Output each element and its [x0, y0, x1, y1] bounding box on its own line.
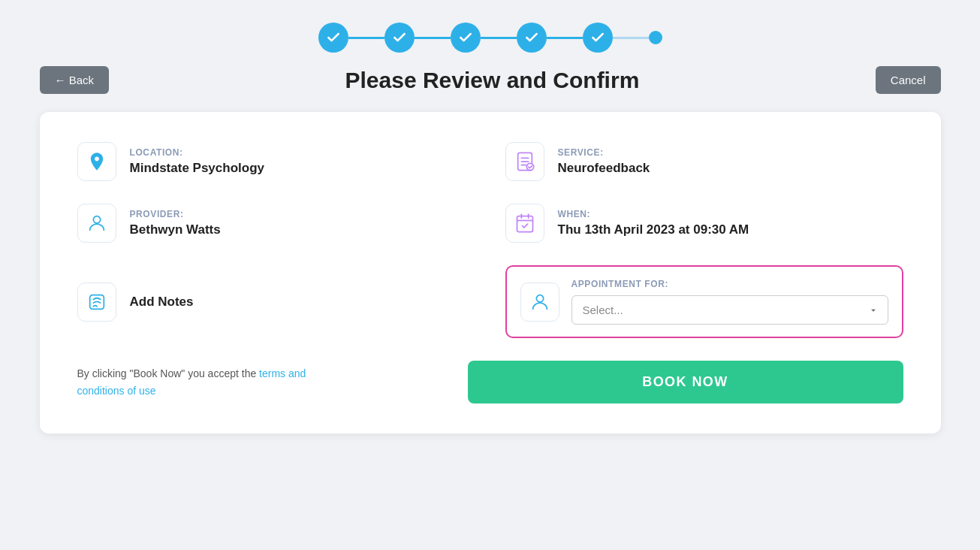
- svg-point-5: [93, 216, 100, 223]
- service-label: SERVICE:: [558, 147, 650, 158]
- location-icon: [86, 151, 107, 172]
- when-content: WHEN: Thu 13th April 2023 at 09:30 AM: [558, 209, 749, 237]
- when-label: WHEN:: [558, 209, 749, 219]
- review-card: LOCATION: Mindstate Psychology SERVICE: …: [40, 112, 941, 434]
- page-title: Please Review and Confirm: [345, 68, 640, 93]
- service-content: SERVICE: Neurofeedback: [558, 147, 650, 176]
- notes-item: Add Notes: [77, 265, 475, 338]
- calendar-icon: [514, 213, 535, 234]
- when-icon-box: [505, 204, 544, 243]
- terms-text: By clicking "Book Now" you accept the te…: [77, 365, 333, 399]
- step-line-5: [613, 37, 649, 39]
- appt-person-icon-box: [520, 283, 559, 322]
- step-1: [318, 23, 348, 53]
- step-line-1: [348, 37, 384, 39]
- appt-for-select[interactable]: Select...: [571, 295, 888, 325]
- cancel-button[interactable]: Cancel: [876, 66, 941, 94]
- step-3: [451, 23, 481, 53]
- provider-icon: [86, 213, 107, 234]
- step-line-3: [481, 37, 517, 39]
- bottom-row: By clicking "Book Now" you accept the te…: [77, 361, 903, 403]
- appointment-for-box: APPOINTMENT FOR: Select...: [505, 265, 903, 338]
- location-content: LOCATION: Mindstate Psychology: [130, 147, 264, 176]
- step-line-4: [547, 37, 583, 39]
- service-value: Neurofeedback: [558, 161, 650, 176]
- location-item: LOCATION: Mindstate Psychology: [77, 142, 475, 181]
- book-now-button[interactable]: BOOK NOW: [468, 361, 903, 403]
- back-button[interactable]: ← Back: [40, 66, 110, 94]
- step-line-2: [415, 37, 451, 39]
- provider-icon-box: [77, 204, 116, 243]
- step-4: [517, 23, 547, 53]
- info-grid: LOCATION: Mindstate Psychology SERVICE: …: [77, 142, 903, 338]
- location-value: Mindstate Psychology: [130, 161, 264, 176]
- svg-point-11: [536, 295, 543, 301]
- appt-for-label: APPOINTMENT FOR:: [571, 279, 888, 289]
- notes-icon: [86, 292, 107, 313]
- when-item: WHEN: Thu 13th April 2023 at 09:30 AM: [505, 204, 903, 243]
- provider-value: Bethwyn Watts: [130, 222, 221, 237]
- notes-label: Add Notes: [130, 295, 194, 310]
- appt-person-icon: [529, 292, 550, 313]
- service-item: SERVICE: Neurofeedback: [505, 142, 903, 181]
- svg-rect-6: [517, 216, 532, 232]
- service-icon-box: [505, 142, 544, 181]
- stepper: [318, 23, 662, 53]
- step-6: [649, 31, 662, 44]
- header-row: ← Back Please Review and Confirm Cancel: [40, 66, 941, 94]
- terms-prefix: By clicking "Book Now" you accept the: [77, 367, 260, 379]
- location-label: LOCATION:: [130, 147, 264, 158]
- provider-content: PROVIDER: Bethwyn Watts: [130, 209, 221, 237]
- service-icon: [514, 151, 535, 172]
- step-5: [583, 23, 613, 53]
- appt-for-content: APPOINTMENT FOR: Select...: [571, 279, 888, 325]
- notes-icon-box: [77, 283, 116, 322]
- step-2: [384, 23, 415, 53]
- provider-item: PROVIDER: Bethwyn Watts: [77, 204, 475, 243]
- provider-label: PROVIDER:: [130, 209, 221, 219]
- location-icon-box: [77, 142, 116, 181]
- when-value: Thu 13th April 2023 at 09:30 AM: [558, 222, 749, 237]
